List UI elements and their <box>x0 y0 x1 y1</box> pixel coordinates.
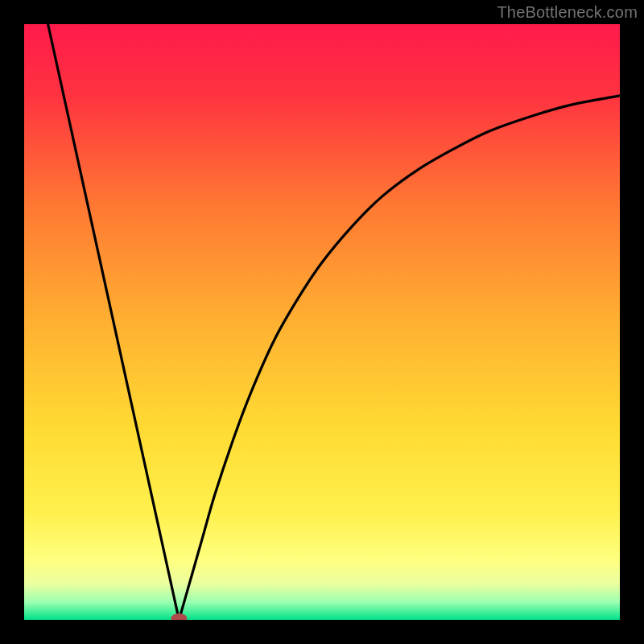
watermark-text: TheBottleneck.com <box>497 3 638 22</box>
plot-area <box>24 24 620 620</box>
bottleneck-curve-chart <box>24 24 620 620</box>
chart-frame: TheBottleneck.com <box>0 0 644 644</box>
